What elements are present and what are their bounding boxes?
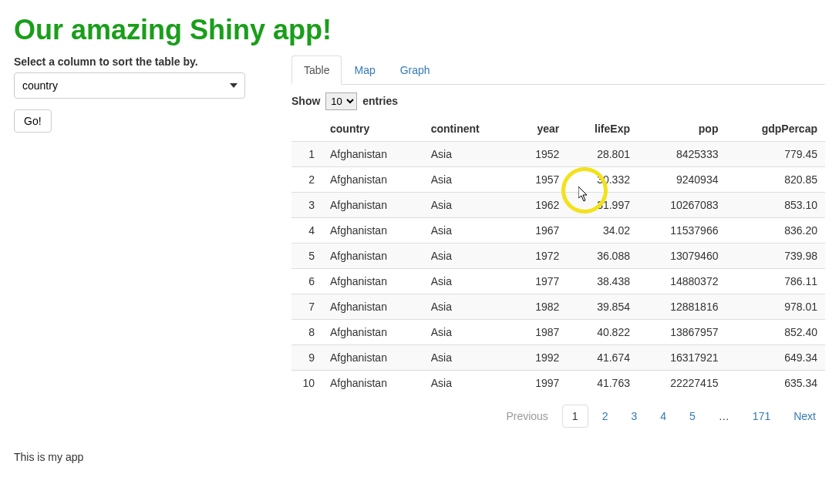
- show-label-prefix: Show: [291, 95, 320, 107]
- table-cell: 8425333: [638, 142, 726, 167]
- tab-graph[interactable]: Graph: [388, 55, 443, 85]
- paginate-next[interactable]: Next: [784, 405, 825, 427]
- column-header[interactable]: pop: [638, 116, 726, 142]
- table-cell: Afghanistan: [322, 218, 423, 244]
- table-cell: 10: [291, 371, 322, 396]
- table-row: 5AfghanistanAsia197236.08813079460739.98: [291, 244, 825, 269]
- table-row: 7AfghanistanAsia198239.85412881816978.01: [291, 294, 825, 320]
- table-row: 4AfghanistanAsia196734.0211537966836.20: [291, 218, 825, 244]
- column-header[interactable]: continent: [423, 116, 512, 142]
- column-header[interactable]: year: [512, 116, 567, 142]
- table-cell: 1962: [512, 193, 567, 218]
- table-cell: 10267083: [638, 193, 726, 218]
- table-cell: 39.854: [567, 294, 638, 320]
- paginate-page[interactable]: 1: [562, 405, 588, 428]
- table-cell: 11537966: [638, 218, 726, 244]
- column-header[interactable]: lifeExp: [567, 116, 638, 142]
- table-cell: 36.088: [567, 244, 638, 269]
- sidebar: Select a column to sort the table by. co…: [14, 55, 291, 428]
- table-cell: Asia: [423, 193, 512, 218]
- table-cell: 1992: [512, 345, 567, 371]
- table-cell: Asia: [423, 167, 512, 193]
- entries-length-control: Show 10 entries: [291, 92, 825, 110]
- table-cell: 1997: [512, 371, 567, 396]
- paginate-ellipsis: …: [709, 405, 739, 427]
- entries-select[interactable]: 10: [325, 92, 357, 110]
- table-cell: Afghanistan: [322, 244, 423, 269]
- main-panel: TableMapGraph Show 10 entries countrycon…: [291, 55, 825, 428]
- table-row: 2AfghanistanAsia195730.3329240934820.85: [291, 167, 825, 193]
- table-cell: 9: [291, 345, 322, 371]
- paginate-previous[interactable]: Previous: [497, 405, 557, 427]
- pagination: Previous12345…171Next: [291, 405, 825, 428]
- nav-tabs: TableMapGraph: [291, 55, 825, 85]
- table-cell: Afghanistan: [322, 371, 423, 396]
- show-label-suffix: entries: [362, 95, 398, 107]
- table-cell: 4: [291, 218, 322, 244]
- table-row: 10AfghanistanAsia199741.76322227415635.3…: [291, 371, 825, 396]
- table-cell: 8: [291, 320, 322, 345]
- table-row: 8AfghanistanAsia198740.82213867957852.40: [291, 320, 825, 345]
- column-header[interactable]: gdpPercap: [726, 116, 825, 142]
- table-cell: Asia: [423, 142, 512, 167]
- tab-table[interactable]: Table: [291, 55, 342, 85]
- table-row: 6AfghanistanAsia197738.43814880372786.11: [291, 269, 825, 294]
- table-cell: 13867957: [638, 320, 726, 345]
- table-cell: 779.45: [726, 142, 825, 167]
- table-cell: Afghanistan: [322, 142, 423, 167]
- table-cell: 14880372: [638, 269, 726, 294]
- paginate-page[interactable]: 171: [743, 405, 780, 427]
- table-cell: Asia: [423, 320, 512, 345]
- table-cell: 852.40: [726, 320, 825, 345]
- table-cell: 786.11: [726, 269, 825, 294]
- table-cell: 1987: [512, 320, 567, 345]
- table-cell: 13079460: [638, 244, 726, 269]
- data-table: countrycontinentyearlifeExppopgdpPercap …: [291, 116, 825, 395]
- go-button[interactable]: Go!: [14, 109, 52, 133]
- column-header[interactable]: [291, 116, 322, 142]
- table-cell: 7: [291, 294, 322, 320]
- table-cell: 739.98: [726, 244, 825, 269]
- table-cell: 1967: [512, 218, 567, 244]
- table-cell: 41.674: [567, 345, 638, 371]
- table-cell: 978.01: [726, 294, 825, 320]
- table-cell: 635.34: [726, 371, 825, 396]
- table-cell: Asia: [423, 294, 512, 320]
- table-cell: 1982: [512, 294, 567, 320]
- paginate-page[interactable]: 2: [593, 405, 618, 427]
- table-cell: Afghanistan: [322, 193, 423, 218]
- table-cell: 1977: [512, 269, 567, 294]
- select-label: Select a column to sort the table by.: [14, 55, 276, 68]
- table-cell: 22227415: [638, 371, 726, 396]
- column-header[interactable]: country: [322, 116, 423, 142]
- table-row: 9AfghanistanAsia199241.67416317921649.34: [291, 345, 825, 371]
- table-cell: 836.20: [726, 218, 825, 244]
- table-cell: 649.34: [726, 345, 825, 371]
- table-cell: 1957: [512, 167, 567, 193]
- paginate-page[interactable]: 5: [680, 405, 705, 427]
- table-cell: 853.10: [726, 193, 825, 218]
- table-cell: Asia: [423, 269, 512, 294]
- table-cell: Asia: [423, 244, 512, 269]
- table-cell: 9240934: [638, 167, 726, 193]
- table-cell: Asia: [423, 345, 512, 371]
- sort-column-select[interactable]: country: [14, 72, 245, 99]
- table-cell: 30.332: [567, 167, 638, 193]
- table-cell: Afghanistan: [322, 345, 423, 371]
- table-cell: 820.85: [726, 167, 825, 193]
- table-row: 1AfghanistanAsia195228.8018425333779.45: [291, 142, 825, 167]
- page-title: Our amazing Shiny app!: [14, 14, 825, 46]
- table-cell: Asia: [423, 218, 512, 244]
- table-cell: 2: [291, 167, 322, 193]
- table-cell: 38.438: [567, 269, 638, 294]
- table-cell: 3: [291, 193, 322, 218]
- paginate-page[interactable]: 3: [622, 405, 646, 427]
- table-row: 3AfghanistanAsia196231.99710267083853.10: [291, 193, 825, 218]
- table-cell: 6: [291, 269, 322, 294]
- table-cell: 34.02: [567, 218, 638, 244]
- table-cell: Afghanistan: [322, 320, 423, 345]
- table-cell: 28.801: [567, 142, 638, 167]
- table-cell: Afghanistan: [322, 269, 423, 294]
- tab-map[interactable]: Map: [342, 55, 387, 85]
- paginate-page[interactable]: 4: [651, 405, 676, 427]
